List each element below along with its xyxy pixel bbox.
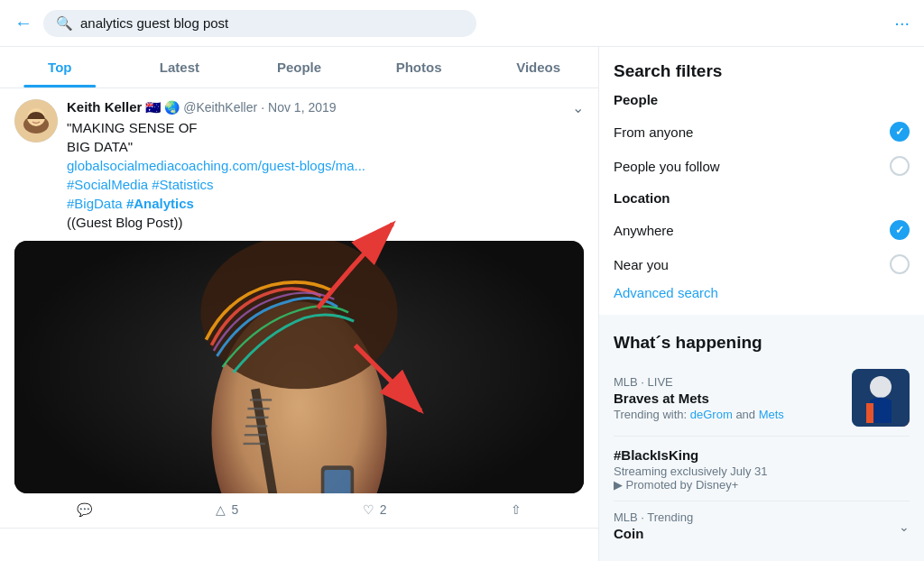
tweet-line1: "MAKING SENSE OF xyxy=(67,118,563,137)
tweet-meta: Keith Keller 🇦🇺 🌏 @KeithKeller · Nov 1, … xyxy=(67,99,563,232)
advanced-search-link[interactable]: Advanced search xyxy=(614,285,910,300)
tweet-image xyxy=(14,241,584,493)
tab-people[interactable]: People xyxy=(239,47,359,87)
search-filters-title: Search filters xyxy=(614,61,910,81)
like-button[interactable]: ♡ 2 xyxy=(363,502,387,517)
trend-name-2: Coin xyxy=(614,526,693,541)
tweet-actions: 💬 △ 5 ♡ 2 ⇧ xyxy=(14,502,584,517)
tweet-line2: BIG DATA" xyxy=(67,137,563,156)
tweet-user-row: Keith Keller 🇦🇺 🌏 @KeithKeller · Nov 1, … xyxy=(67,99,563,115)
trend-item-1[interactable]: #BlackIsKing Streaming exclusively July … xyxy=(614,437,910,501)
reply-icon: 💬 xyxy=(77,502,92,517)
heart-icon: ♡ xyxy=(363,502,374,517)
svg-point-19 xyxy=(870,376,892,398)
trend-name-1: #BlackIsKing xyxy=(614,447,768,463)
near-you-radio[interactable] xyxy=(890,254,910,274)
degrom-link[interactable]: deGrom xyxy=(690,408,733,421)
whats-happening-title: What´s happening xyxy=(614,333,910,353)
from-anyone-row[interactable]: From anyone xyxy=(614,115,910,149)
chevron-right-icon: ⌄ xyxy=(899,520,910,534)
tweet-link[interactable]: globalsocialmediacoaching.com/guest-blog… xyxy=(67,158,365,173)
trend-item-1-text: #BlackIsKing Streaming exclusively July … xyxy=(614,446,768,492)
tab-photos[interactable]: Photos xyxy=(359,47,479,87)
back-button[interactable]: ← xyxy=(14,13,32,33)
retweet-count: 5 xyxy=(231,502,238,517)
location-group-title: Location xyxy=(614,190,910,206)
retweet-icon: △ xyxy=(216,502,226,517)
people-group-title: People xyxy=(614,92,910,107)
near-you-label: Near you xyxy=(614,257,669,272)
tab-latest[interactable]: Latest xyxy=(120,47,240,87)
trend-item-0[interactable]: MLB · LIVE Braves at Mets Trending with:… xyxy=(614,360,910,437)
people-you-follow-radio[interactable] xyxy=(890,156,910,176)
tweet-item: Keith Keller 🇦🇺 🌏 @KeithKeller · Nov 1, … xyxy=(0,88,598,529)
trend-sub-0: Trending with: deGrom and Mets xyxy=(614,408,784,421)
main-layout: Top Latest People Photos Videos xyxy=(0,47,924,561)
tweet-hashtag-analytics[interactable]: #Analytics xyxy=(126,196,194,211)
trend-item-0-text: MLB · LIVE Braves at Mets Trending with:… xyxy=(614,375,784,421)
promoted-0: ▶ Promoted by Disney+ xyxy=(614,478,768,492)
tweet-header: Keith Keller 🇦🇺 🌏 @KeithKeller · Nov 1, … xyxy=(14,99,584,232)
tab-top[interactable]: Top xyxy=(0,47,120,87)
trend-item-2-text: MLB · Trending Coin xyxy=(614,510,693,543)
anywhere-radio[interactable] xyxy=(890,220,910,240)
trend-sub-1: Streaming exclusively July 31 xyxy=(614,464,768,478)
tabs: Top Latest People Photos Videos xyxy=(0,47,598,88)
trend-meta-0: MLB · LIVE xyxy=(614,375,784,389)
tweet-image-inner xyxy=(14,241,584,493)
tweet-flags: 🇦🇺 🌏 xyxy=(145,100,180,115)
search-bar[interactable]: 🔍 xyxy=(43,10,476,37)
tweet-name: Keith Keller xyxy=(67,99,142,115)
like-count: 2 xyxy=(380,502,387,517)
share-icon: ⇧ xyxy=(511,502,522,517)
tweet-hashtags[interactable]: #SocialMedia #Statistics xyxy=(67,177,214,192)
tweet-chevron[interactable]: ⌄ xyxy=(572,99,584,116)
svg-rect-20 xyxy=(866,403,873,423)
reply-button[interactable]: 💬 xyxy=(77,502,92,517)
whats-happening-section: What´s happening MLB · LIVE Braves at Me… xyxy=(599,322,924,561)
tweet-date: Nov 1, 2019 xyxy=(268,100,337,115)
header: ← 🔍 ··· xyxy=(0,0,924,47)
search-filters-section: Search filters People From anyone People… xyxy=(599,47,924,322)
more-button[interactable]: ··· xyxy=(894,13,910,33)
search-icon: 🔍 xyxy=(56,15,73,32)
near-you-row[interactable]: Near you xyxy=(614,247,910,281)
tweet-postscript: ((Guest Blog Post)) xyxy=(67,213,563,232)
trend-item-2[interactable]: MLB · Trending Coin ⌄ xyxy=(614,501,910,552)
trend-name-0: Braves at Mets xyxy=(614,391,784,406)
anywhere-label: Anywhere xyxy=(614,223,674,238)
people-you-follow-row[interactable]: People you follow xyxy=(614,149,910,183)
right-panel: Search filters People From anyone People… xyxy=(599,47,924,561)
tweet-hashtag-bigdata[interactable]: #BigData xyxy=(67,196,123,211)
mets-link[interactable]: Mets xyxy=(759,408,784,421)
search-input[interactable] xyxy=(80,15,464,31)
anywhere-row[interactable]: Anywhere xyxy=(614,213,910,247)
people-you-follow-label: People you follow xyxy=(614,159,720,174)
avatar xyxy=(14,99,58,143)
share-button[interactable]: ⇧ xyxy=(511,502,522,517)
retweet-button[interactable]: △ 5 xyxy=(216,502,238,517)
tweet-body: "MAKING SENSE OF BIG DATA" globalsocialm… xyxy=(67,118,563,232)
from-anyone-radio[interactable] xyxy=(890,122,910,142)
trend-meta-2: MLB · Trending xyxy=(614,510,693,524)
svg-point-7 xyxy=(200,241,397,389)
svg-rect-9 xyxy=(324,470,350,493)
left-panel: Top Latest People Photos Videos xyxy=(0,47,599,561)
tab-videos[interactable]: Videos xyxy=(478,47,598,87)
from-anyone-label: From anyone xyxy=(614,124,693,140)
tweet-handle: @KeithKeller xyxy=(183,100,257,115)
trend-image-0 xyxy=(852,369,910,427)
tweet-dot: · xyxy=(261,100,264,115)
